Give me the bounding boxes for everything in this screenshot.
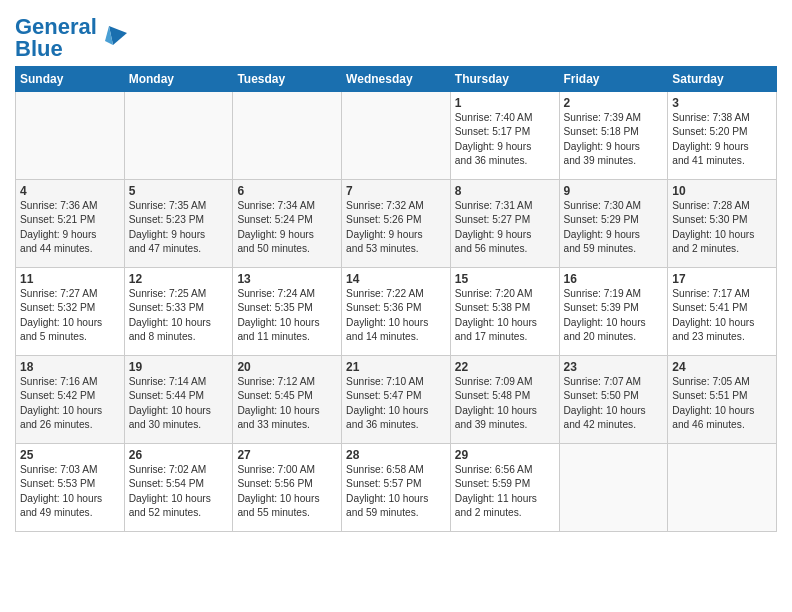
- calendar-cell: 10Sunrise: 7:28 AM Sunset: 5:30 PM Dayli…: [668, 180, 777, 268]
- day-number: 20: [237, 360, 337, 374]
- day-number: 21: [346, 360, 446, 374]
- calendar-cell: 4Sunrise: 7:36 AM Sunset: 5:21 PM Daylig…: [16, 180, 125, 268]
- logo: General Blue: [15, 16, 129, 60]
- day-number: 3: [672, 96, 772, 110]
- day-info: Sunrise: 7:16 AM Sunset: 5:42 PM Dayligh…: [20, 375, 120, 432]
- day-number: 5: [129, 184, 229, 198]
- day-number: 25: [20, 448, 120, 462]
- day-number: 19: [129, 360, 229, 374]
- day-number: 16: [564, 272, 664, 286]
- day-number: 14: [346, 272, 446, 286]
- day-info: Sunrise: 7:14 AM Sunset: 5:44 PM Dayligh…: [129, 375, 229, 432]
- calendar-cell: 28Sunrise: 6:58 AM Sunset: 5:57 PM Dayli…: [342, 444, 451, 532]
- header: General Blue: [15, 10, 777, 60]
- calendar-cell: 18Sunrise: 7:16 AM Sunset: 5:42 PM Dayli…: [16, 356, 125, 444]
- day-number: 24: [672, 360, 772, 374]
- day-number: 10: [672, 184, 772, 198]
- day-info: Sunrise: 6:58 AM Sunset: 5:57 PM Dayligh…: [346, 463, 446, 520]
- calendar-cell: 7Sunrise: 7:32 AM Sunset: 5:26 PM Daylig…: [342, 180, 451, 268]
- day-info: Sunrise: 7:40 AM Sunset: 5:17 PM Dayligh…: [455, 111, 555, 168]
- day-info: Sunrise: 7:30 AM Sunset: 5:29 PM Dayligh…: [564, 199, 664, 256]
- day-number: 22: [455, 360, 555, 374]
- calendar-cell: 13Sunrise: 7:24 AM Sunset: 5:35 PM Dayli…: [233, 268, 342, 356]
- day-info: Sunrise: 7:05 AM Sunset: 5:51 PM Dayligh…: [672, 375, 772, 432]
- day-info: Sunrise: 7:38 AM Sunset: 5:20 PM Dayligh…: [672, 111, 772, 168]
- day-info: Sunrise: 7:02 AM Sunset: 5:54 PM Dayligh…: [129, 463, 229, 520]
- calendar-week-row: 18Sunrise: 7:16 AM Sunset: 5:42 PM Dayli…: [16, 356, 777, 444]
- calendar-cell: 15Sunrise: 7:20 AM Sunset: 5:38 PM Dayli…: [450, 268, 559, 356]
- calendar-cell: 6Sunrise: 7:34 AM Sunset: 5:24 PM Daylig…: [233, 180, 342, 268]
- day-info: Sunrise: 7:17 AM Sunset: 5:41 PM Dayligh…: [672, 287, 772, 344]
- calendar-cell: 26Sunrise: 7:02 AM Sunset: 5:54 PM Dayli…: [124, 444, 233, 532]
- day-info: Sunrise: 7:22 AM Sunset: 5:36 PM Dayligh…: [346, 287, 446, 344]
- day-number: 13: [237, 272, 337, 286]
- calendar-cell: [668, 444, 777, 532]
- calendar-cell: 16Sunrise: 7:19 AM Sunset: 5:39 PM Dayli…: [559, 268, 668, 356]
- calendar-cell: 5Sunrise: 7:35 AM Sunset: 5:23 PM Daylig…: [124, 180, 233, 268]
- calendar-week-row: 11Sunrise: 7:27 AM Sunset: 5:32 PM Dayli…: [16, 268, 777, 356]
- day-number: 9: [564, 184, 664, 198]
- day-info: Sunrise: 7:20 AM Sunset: 5:38 PM Dayligh…: [455, 287, 555, 344]
- day-number: 4: [20, 184, 120, 198]
- day-number: 18: [20, 360, 120, 374]
- day-number: 29: [455, 448, 555, 462]
- day-info: Sunrise: 7:28 AM Sunset: 5:30 PM Dayligh…: [672, 199, 772, 256]
- day-info: Sunrise: 7:10 AM Sunset: 5:47 PM Dayligh…: [346, 375, 446, 432]
- day-number: 6: [237, 184, 337, 198]
- calendar-cell: 27Sunrise: 7:00 AM Sunset: 5:56 PM Dayli…: [233, 444, 342, 532]
- calendar-cell: 2Sunrise: 7:39 AM Sunset: 5:18 PM Daylig…: [559, 92, 668, 180]
- day-number: 28: [346, 448, 446, 462]
- calendar-cell: 11Sunrise: 7:27 AM Sunset: 5:32 PM Dayli…: [16, 268, 125, 356]
- day-info: Sunrise: 7:27 AM Sunset: 5:32 PM Dayligh…: [20, 287, 120, 344]
- calendar-cell: 12Sunrise: 7:25 AM Sunset: 5:33 PM Dayli…: [124, 268, 233, 356]
- day-info: Sunrise: 6:56 AM Sunset: 5:59 PM Dayligh…: [455, 463, 555, 520]
- day-info: Sunrise: 7:09 AM Sunset: 5:48 PM Dayligh…: [455, 375, 555, 432]
- day-info: Sunrise: 7:35 AM Sunset: 5:23 PM Dayligh…: [129, 199, 229, 256]
- calendar-header-saturday: Saturday: [668, 67, 777, 92]
- calendar-week-row: 25Sunrise: 7:03 AM Sunset: 5:53 PM Dayli…: [16, 444, 777, 532]
- day-number: 23: [564, 360, 664, 374]
- logo-text: General Blue: [15, 16, 97, 60]
- calendar-cell: 21Sunrise: 7:10 AM Sunset: 5:47 PM Dayli…: [342, 356, 451, 444]
- logo-icon: [99, 21, 129, 51]
- calendar-cell: 24Sunrise: 7:05 AM Sunset: 5:51 PM Dayli…: [668, 356, 777, 444]
- calendar-header-sunday: Sunday: [16, 67, 125, 92]
- day-info: Sunrise: 7:07 AM Sunset: 5:50 PM Dayligh…: [564, 375, 664, 432]
- calendar-cell: 17Sunrise: 7:17 AM Sunset: 5:41 PM Dayli…: [668, 268, 777, 356]
- calendar-cell: 8Sunrise: 7:31 AM Sunset: 5:27 PM Daylig…: [450, 180, 559, 268]
- day-info: Sunrise: 7:36 AM Sunset: 5:21 PM Dayligh…: [20, 199, 120, 256]
- day-info: Sunrise: 7:25 AM Sunset: 5:33 PM Dayligh…: [129, 287, 229, 344]
- calendar-week-row: 4Sunrise: 7:36 AM Sunset: 5:21 PM Daylig…: [16, 180, 777, 268]
- day-number: 11: [20, 272, 120, 286]
- calendar-cell: 3Sunrise: 7:38 AM Sunset: 5:20 PM Daylig…: [668, 92, 777, 180]
- day-number: 15: [455, 272, 555, 286]
- logo-text-colored: Blue: [15, 36, 63, 61]
- day-number: 17: [672, 272, 772, 286]
- day-info: Sunrise: 7:19 AM Sunset: 5:39 PM Dayligh…: [564, 287, 664, 344]
- calendar-cell: 9Sunrise: 7:30 AM Sunset: 5:29 PM Daylig…: [559, 180, 668, 268]
- day-info: Sunrise: 7:12 AM Sunset: 5:45 PM Dayligh…: [237, 375, 337, 432]
- calendar-week-row: 1Sunrise: 7:40 AM Sunset: 5:17 PM Daylig…: [16, 92, 777, 180]
- day-info: Sunrise: 7:32 AM Sunset: 5:26 PM Dayligh…: [346, 199, 446, 256]
- day-number: 12: [129, 272, 229, 286]
- day-number: 7: [346, 184, 446, 198]
- day-info: Sunrise: 7:34 AM Sunset: 5:24 PM Dayligh…: [237, 199, 337, 256]
- calendar-header-monday: Monday: [124, 67, 233, 92]
- calendar-cell: 23Sunrise: 7:07 AM Sunset: 5:50 PM Dayli…: [559, 356, 668, 444]
- day-number: 27: [237, 448, 337, 462]
- day-info: Sunrise: 7:39 AM Sunset: 5:18 PM Dayligh…: [564, 111, 664, 168]
- day-info: Sunrise: 7:31 AM Sunset: 5:27 PM Dayligh…: [455, 199, 555, 256]
- day-number: 26: [129, 448, 229, 462]
- calendar-cell: 19Sunrise: 7:14 AM Sunset: 5:44 PM Dayli…: [124, 356, 233, 444]
- calendar-cell: 1Sunrise: 7:40 AM Sunset: 5:17 PM Daylig…: [450, 92, 559, 180]
- calendar-cell: 14Sunrise: 7:22 AM Sunset: 5:36 PM Dayli…: [342, 268, 451, 356]
- calendar-cell: [124, 92, 233, 180]
- calendar-cell: [559, 444, 668, 532]
- calendar-cell: 22Sunrise: 7:09 AM Sunset: 5:48 PM Dayli…: [450, 356, 559, 444]
- calendar-header-friday: Friday: [559, 67, 668, 92]
- calendar-cell: 20Sunrise: 7:12 AM Sunset: 5:45 PM Dayli…: [233, 356, 342, 444]
- day-number: 1: [455, 96, 555, 110]
- calendar-cell: [233, 92, 342, 180]
- calendar-table: SundayMondayTuesdayWednesdayThursdayFrid…: [15, 66, 777, 532]
- calendar-cell: 29Sunrise: 6:56 AM Sunset: 5:59 PM Dayli…: [450, 444, 559, 532]
